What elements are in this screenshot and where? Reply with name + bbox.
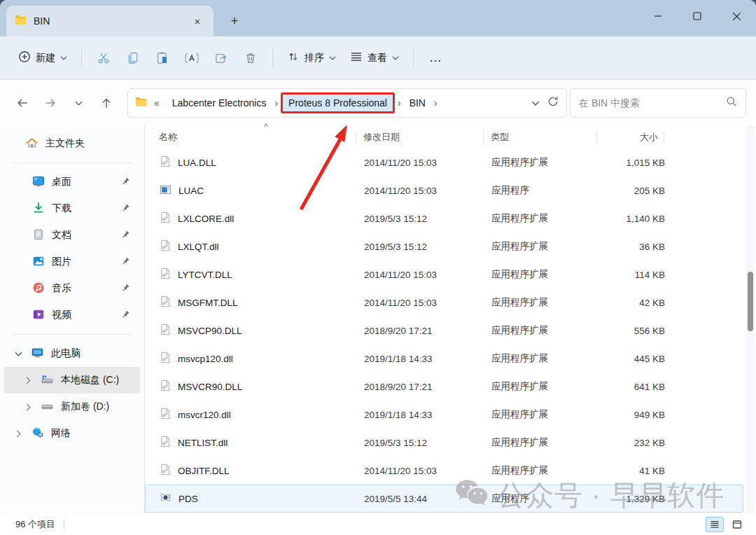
toolbar-separator: [413, 49, 414, 67]
folder-icon: [135, 97, 147, 110]
new-tab-button[interactable]: +: [225, 13, 244, 29]
file-date-modified: 2014/11/20 15:03: [357, 298, 484, 308]
column-header-size[interactable]: 大小: [597, 130, 664, 144]
sort-button[interactable]: 排序: [280, 46, 343, 70]
maximize-button[interactable]: [678, 0, 717, 32]
chevron-right-icon[interactable]: [22, 403, 34, 411]
status-bar: 96 个项目: [0, 514, 756, 535]
file-size: 1,015 KB: [598, 158, 665, 168]
sort-arrows-icon: [287, 50, 300, 65]
breadcrumb-item[interactable]: Proteus 8 Professional›: [281, 92, 404, 113]
minimize-button[interactable]: [638, 0, 678, 32]
file-row[interactable]: NETLIST.dll2019/5/3 15:12应用程序扩展232 KB: [145, 429, 743, 457]
dll-file-icon: [160, 380, 171, 394]
sidebar-item-disk[interactable]: 新加卷 (D:): [4, 394, 140, 420]
view-button[interactable]: 查看: [343, 46, 406, 70]
refresh-icon[interactable]: [547, 95, 559, 111]
file-type: 应用程序: [484, 184, 598, 197]
scrollbar-thumb[interactable]: [748, 272, 753, 331]
tab-close-icon[interactable]: ×: [190, 13, 205, 29]
pin-icon: [121, 230, 130, 241]
details-view-button[interactable]: [706, 517, 724, 532]
breadcrumb-separator[interactable]: ›: [431, 97, 440, 109]
tab-bin[interactable]: BIN ×: [6, 6, 214, 36]
file-row[interactable]: LYTCVT.DLL2014/11/20 15:03应用程序扩展114 KB: [145, 260, 743, 289]
breadcrumb-item[interactable]: BIN›: [404, 92, 440, 113]
sidebar-item-home[interactable]: 主文件夹: [4, 130, 140, 157]
chevron-down-icon: [60, 56, 67, 60]
search-input[interactable]: [579, 97, 726, 109]
documents-icon: [32, 228, 45, 243]
status-separator: [64, 520, 64, 529]
up-button[interactable]: [94, 90, 119, 116]
items-count: 96 个项目: [15, 518, 55, 531]
home-icon: [25, 137, 38, 151]
more-options-button[interactable]: …: [421, 50, 451, 65]
sidebar-divider: [13, 162, 132, 163]
dll-file-icon: [160, 464, 171, 478]
sidebar-item-documents[interactable]: 文档: [4, 222, 140, 249]
file-row[interactable]: msvcp120.dll2019/1/18 14:33应用程序扩展445 KB: [145, 345, 743, 373]
close-button[interactable]: [717, 0, 756, 32]
breadcrumb-item[interactable]: Labcenter Electronics›: [167, 92, 281, 113]
file-type: 应用程序扩展: [484, 268, 598, 281]
column-header-type[interactable]: 类型: [484, 130, 597, 144]
column-header-date[interactable]: 修改日期: [356, 130, 484, 144]
back-button[interactable]: [10, 90, 35, 116]
paste-button[interactable]: [148, 46, 177, 71]
file-type: 应用程序扩展: [484, 240, 598, 253]
address-bar[interactable]: « Labcenter Electronics›Proteus 8 Profes…: [127, 88, 567, 118]
sidebar-item-desktop[interactable]: 桌面: [4, 169, 140, 195]
breadcrumb-separator[interactable]: ›: [395, 97, 404, 109]
search-box[interactable]: [570, 88, 746, 118]
breadcrumb-overflow[interactable]: «: [151, 97, 162, 109]
file-row[interactable]: MSGFMT.DLL2014/11/20 15:03应用程序扩展42 KB: [145, 289, 743, 317]
file-name: LUA.DLL: [178, 158, 216, 168]
file-row[interactable]: MSVCP90.DLL2018/9/20 17:21应用程序扩展556 KB: [145, 317, 743, 345]
large-icons-view-button[interactable]: [728, 517, 746, 532]
file-name: PDS: [178, 494, 198, 504]
forward-button[interactable]: [38, 90, 63, 116]
sidebar-item-network[interactable]: 网络: [4, 420, 140, 447]
file-row[interactable]: LUAC2014/11/20 15:03应用程序205 KB: [145, 176, 743, 204]
address-dropdown-icon[interactable]: [531, 101, 540, 106]
file-row[interactable]: LUA.DLL2014/11/20 15:03应用程序扩展1,015 KB: [145, 148, 743, 176]
share-button[interactable]: [206, 46, 236, 71]
command-toolbar: 新建 排序 查看: [0, 36, 756, 80]
file-row[interactable]: PDS2019/5/5 13:44应用程序1,329 KB: [145, 485, 743, 513]
vertical-scrollbar[interactable]: [746, 126, 755, 514]
file-type: 应用程序扩展: [484, 408, 598, 421]
file-row[interactable]: msvcr120.dll2019/1/18 14:33应用程序扩展949 KB: [145, 401, 743, 429]
column-header-name[interactable]: 名称 ^: [159, 130, 356, 144]
rename-button[interactable]: [177, 46, 206, 71]
sidebar-item-music[interactable]: 音乐: [4, 275, 140, 302]
file-name: OBJITF.DLL: [178, 466, 230, 476]
sidebar-item-thispc[interactable]: 此电脑: [4, 340, 140, 367]
breadcrumb-separator[interactable]: ›: [272, 97, 281, 109]
file-row[interactable]: LXLQT.dll2019/5/3 15:12应用程序扩展36 KB: [145, 232, 743, 260]
sidebar-item-videos[interactable]: 视频: [4, 302, 140, 328]
chevron-right-icon[interactable]: [22, 377, 34, 384]
cut-button[interactable]: [89, 46, 118, 71]
sidebar-item-diskc[interactable]: 本地磁盘 (C:): [4, 367, 140, 394]
delete-button[interactable]: [236, 46, 265, 71]
network-icon: [31, 426, 44, 441]
toolbar-separator: [272, 49, 273, 67]
sidebar-item-downloads[interactable]: 下载: [4, 195, 140, 222]
copy-button[interactable]: [118, 46, 148, 71]
file-row[interactable]: OBJITF.DLL2014/11/20 15:03应用程序扩展41 KB: [145, 457, 743, 485]
file-row[interactable]: LXLCORE.dll2019/5/3 15:12应用程序扩展1,140 KB: [145, 204, 743, 232]
file-row[interactable]: MSVCR90.DLL2018/9/20 17:21应用程序扩展641 KB: [145, 373, 743, 401]
breadcrumb-label: Proteus 8 Professional: [281, 92, 395, 113]
pin-icon: [121, 283, 130, 294]
chevron-down-icon[interactable]: [13, 352, 24, 356]
chevron-right-icon[interactable]: [13, 430, 24, 438]
file-type: 应用程序扩展: [484, 296, 598, 309]
sidebar-item-pictures[interactable]: 图片: [4, 249, 140, 275]
file-date-modified: 2019/5/5 13:44: [357, 494, 484, 504]
new-button[interactable]: 新建: [11, 46, 74, 70]
atom-file-icon: [160, 492, 172, 506]
file-name: LUAC: [178, 186, 204, 196]
recent-locations-button[interactable]: [66, 90, 91, 116]
breadcrumb-label: Labcenter Electronics: [167, 92, 272, 113]
